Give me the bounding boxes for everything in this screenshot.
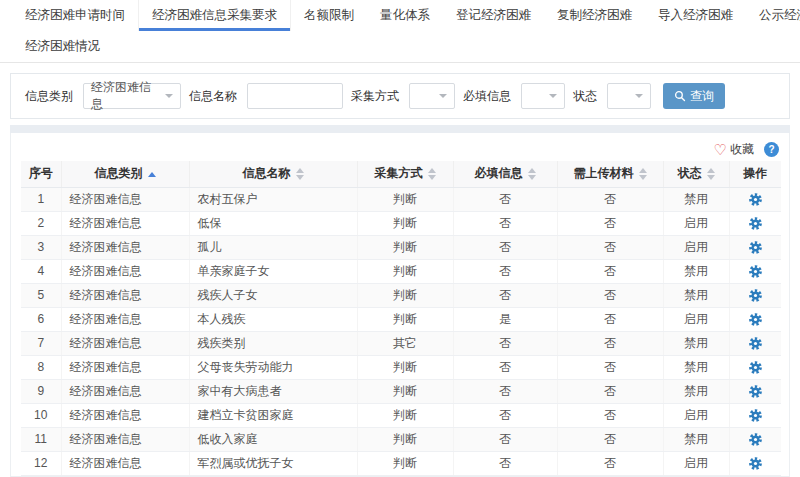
settings-button[interactable]	[748, 384, 763, 399]
table-row: 12经济困难信息军烈属或优抚子女判断否否启用	[21, 451, 781, 475]
settings-button[interactable]	[748, 192, 763, 207]
upload-flag: 否	[557, 259, 663, 283]
settings-button[interactable]	[748, 408, 763, 423]
actions-cell	[729, 187, 781, 211]
search-button-label: 查询	[690, 88, 714, 105]
settings-button[interactable]	[748, 456, 763, 471]
tab-2[interactable]: 名额限制	[291, 0, 367, 31]
sort-desc-icon	[639, 175, 647, 180]
help-icon[interactable]: ?	[764, 142, 779, 157]
tab-r2-0[interactable]: 经济困难情况	[12, 31, 113, 62]
search-button[interactable]: 查询	[663, 83, 725, 109]
tab-label: 导入经济困难	[658, 7, 733, 24]
column-header-2[interactable]: 信息名称	[189, 161, 357, 187]
column-header-0: 序号	[21, 161, 61, 187]
row-index: 11	[21, 427, 61, 451]
column-header-6[interactable]: 状态	[663, 161, 729, 187]
tab-0[interactable]: 经济困难申请时间	[12, 0, 138, 31]
table-row: 10经济困难信息建档立卡贫困家庭判断否否启用	[21, 403, 781, 427]
table-row: 8经济困难信息父母丧失劳动能力判断否否禁用	[21, 355, 781, 379]
tab-7[interactable]: 公示经济困难	[746, 0, 800, 31]
info-name: 军烈属或优抚子女	[189, 451, 357, 475]
column-header-label: 序号	[29, 166, 53, 180]
sort-icon[interactable]	[707, 168, 715, 180]
table-row: 7经济困难信息残疾类别其它否否禁用	[21, 331, 781, 355]
collect-method: 判断	[357, 187, 453, 211]
collect-method: 其它	[357, 331, 453, 355]
gear-icon	[748, 408, 763, 423]
collect-method: 判断	[357, 355, 453, 379]
required-select[interactable]	[521, 83, 565, 109]
info-category: 经济困难信息	[61, 235, 189, 259]
column-header-3[interactable]: 采集方式	[357, 161, 453, 187]
filter-bar: 信息类别 经济困难信息 信息名称 采集方式 必填信息 状态 查询	[10, 73, 790, 119]
info-category: 经济困难信息	[61, 283, 189, 307]
sort-desc-icon	[528, 175, 536, 180]
upload-flag: 否	[557, 283, 663, 307]
upload-flag: 否	[557, 307, 663, 331]
favorite-button[interactable]: ♡ 收藏	[714, 141, 754, 158]
status-text: 启用	[663, 235, 729, 259]
sort-icon[interactable]	[148, 172, 156, 177]
actions-cell	[729, 427, 781, 451]
tab-5[interactable]: 复制经济困难	[544, 0, 645, 31]
sort-icon[interactable]	[639, 168, 647, 180]
tab-label: 经济困难申请时间	[25, 7, 125, 24]
upload-flag: 否	[557, 331, 663, 355]
info-name: 本人残疾	[189, 307, 357, 331]
row-index: 7	[21, 331, 61, 355]
column-header-5[interactable]: 需上传材料	[557, 161, 663, 187]
sort-asc-icon	[707, 168, 715, 173]
tab-1[interactable]: 经济困难信息采集要求	[138, 0, 291, 31]
info-category: 经济困难信息	[61, 379, 189, 403]
info-name: 建档立卡贫困家庭	[189, 403, 357, 427]
info-name: 单亲家庭子女	[189, 259, 357, 283]
settings-button[interactable]	[748, 432, 763, 447]
tab-4[interactable]: 登记经济困难	[443, 0, 544, 31]
collect-method: 判断	[357, 235, 453, 259]
collect-select[interactable]	[409, 83, 455, 109]
info-name: 残疾人子女	[189, 283, 357, 307]
collect-method: 判断	[357, 307, 453, 331]
settings-button[interactable]	[748, 216, 763, 231]
row-index: 8	[21, 355, 61, 379]
row-index: 3	[21, 235, 61, 259]
search-icon	[674, 90, 686, 102]
sort-icon[interactable]	[528, 168, 536, 180]
sort-asc-icon	[148, 172, 156, 177]
row-index: 6	[21, 307, 61, 331]
table-body: 1经济困难信息农村五保户判断否否禁用2经济困难信息低保判断否否启用3经济困难信息…	[21, 187, 781, 475]
settings-button[interactable]	[748, 264, 763, 279]
settings-button[interactable]	[748, 336, 763, 351]
name-filter-input[interactable]	[247, 83, 343, 109]
info-category: 经济困难信息	[61, 211, 189, 235]
info-name: 农村五保户	[189, 187, 357, 211]
settings-button[interactable]	[748, 360, 763, 375]
column-header-label: 需上传材料	[574, 166, 634, 180]
upload-flag: 否	[557, 403, 663, 427]
settings-button[interactable]	[748, 240, 763, 255]
table-row: 5经济困难信息残疾人子女判断否否禁用	[21, 283, 781, 307]
upload-flag: 否	[557, 379, 663, 403]
tab-label: 登记经济困难	[456, 7, 531, 24]
settings-button[interactable]	[748, 312, 763, 327]
gear-icon	[748, 312, 763, 327]
collect-method: 判断	[357, 259, 453, 283]
tab-6[interactable]: 导入经济困难	[645, 0, 746, 31]
row-index: 4	[21, 259, 61, 283]
sort-asc-icon	[428, 168, 436, 173]
sort-desc-icon	[296, 175, 304, 180]
sort-icon[interactable]	[428, 168, 436, 180]
info-category: 经济困难信息	[61, 259, 189, 283]
column-header-4[interactable]: 必填信息	[453, 161, 557, 187]
status-select[interactable]	[607, 83, 651, 109]
column-header-1[interactable]: 信息类别	[61, 161, 189, 187]
sort-icon[interactable]	[296, 168, 304, 180]
settings-button[interactable]	[748, 288, 763, 303]
info-name: 低收入家庭	[189, 427, 357, 451]
tab-3[interactable]: 量化体系	[367, 0, 443, 31]
tab-label: 名额限制	[304, 7, 354, 24]
info-category: 经济困难信息	[61, 427, 189, 451]
status-text: 禁用	[663, 187, 729, 211]
category-select[interactable]: 经济困难信息	[83, 83, 181, 109]
